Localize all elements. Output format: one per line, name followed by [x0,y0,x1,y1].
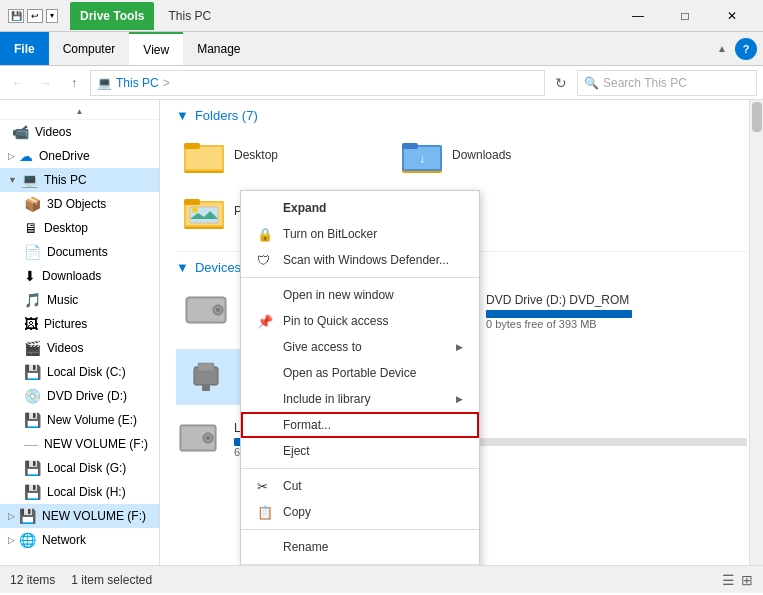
sidebar-item-local-c[interactable]: 💾 Local Disk (C:) [0,360,159,384]
dvd-progress-bg [486,310,632,318]
sidebar-item-local-h[interactable]: 💾 Local Disk (H:) [0,480,159,504]
svg-rect-25 [202,385,210,391]
view-tile-button[interactable]: ⊞ [741,572,753,588]
sidebar-item-pictures[interactable]: 🖼 Pictures [0,312,159,336]
sidebar-item-downloads[interactable]: ⬇ Downloads [0,264,159,288]
breadcrumb-separator: > [163,76,170,90]
drive-tools-badge: Drive Tools [70,2,154,30]
search-bar[interactable]: 🔍 Search This PC [577,70,757,96]
pc-icon: 💻 [21,172,38,188]
save-icon[interactable]: 💾 [8,9,24,23]
svg-rect-7 [402,143,418,149]
device-dvd-info: DVD Drive (D:) DVD_ROM 0 bytes free of 3… [486,293,632,330]
ctx-rename[interactable]: Rename [241,534,479,560]
svg-point-14 [192,207,198,213]
context-menu: Expand 🔒 Turn on BitLocker 🛡 Scan with W… [240,190,480,565]
ctx-pin-quick[interactable]: 📌 Pin to Quick access [241,308,479,334]
sidebar-item-new-e[interactable]: 💾 New Volume (E:) [0,408,159,432]
breadcrumb-bar[interactable]: 💻 This PC > [90,70,545,96]
ctx-cut[interactable]: ✂ Cut [241,473,479,499]
undo-icon[interactable]: ↩ [27,9,43,23]
sidebar-label: Network [42,533,86,547]
folder-icon: 📦 [24,196,41,212]
refresh-button[interactable]: ↻ [549,71,573,95]
sidebar-item-documents[interactable]: 📄 Documents [0,240,159,264]
folders-section-title: ▼ Folders (7) [176,108,747,123]
sidebar-label: Documents [47,245,108,259]
drive-icon: 💾 [24,364,41,380]
view-list-button[interactable]: ☰ [722,572,735,588]
sidebar-item-local-g[interactable]: 💾 Local Disk (G:) [0,456,159,480]
sidebar-label: OneDrive [39,149,90,163]
ctx-give-access-label: Give access to [283,340,362,354]
sidebar-label: NEW VOLUME (F:) [42,509,146,523]
up-button[interactable]: ↑ [62,71,86,95]
drive-icon: 💾 [24,484,41,500]
breadcrumb-this-pc[interactable]: This PC [116,76,159,90]
sidebar-label: Desktop [44,221,88,235]
expand-icon: ▷ [8,151,15,161]
tab-computer[interactable]: Computer [49,32,130,65]
device-dvd-sub: 0 bytes free of 393 MB [486,318,632,330]
ctx-eject[interactable]: Eject [241,438,479,464]
ribbon-chevron-icon[interactable]: ▲ [717,43,727,54]
folder-icon: 🎬 [24,340,41,356]
folder-icon: 🖼 [24,316,38,332]
main-layout: ▲ 📹 Videos ▷ ☁ OneDrive ▼ 💻 This PC 📦 3D… [0,100,763,565]
ctx-defender-icon: 🛡 [257,253,277,268]
folder-downloads-icon: ↓ [402,137,442,173]
drive-icon: 💾 [24,460,41,476]
ctx-expand[interactable]: Expand [241,195,479,221]
ctx-bitlocker[interactable]: 🔒 Turn on BitLocker [241,221,479,247]
folder-downloads[interactable]: ↓ Downloads [394,131,604,179]
forward-button[interactable]: → [34,71,58,95]
folder-desktop[interactable]: Desktop [176,131,386,179]
sidebar-item-this-pc[interactable]: ▼ 💻 This PC [0,168,159,192]
svg-text:↓: ↓ [419,152,425,166]
ctx-portable[interactable]: Open as Portable Device [241,360,479,386]
ribbon: File Computer View Manage ▲ ? [0,32,763,66]
sidebar-item-onedrive[interactable]: ▷ ☁ OneDrive [0,144,159,168]
tab-view[interactable]: View [129,32,183,65]
sidebar-item-videos[interactable]: 🎬 Videos [0,336,159,360]
minimize-button[interactable]: — [615,0,661,32]
title-bar-controls: — □ ✕ [615,0,755,32]
sidebar-item-videos-top[interactable]: 📹 Videos [0,120,159,144]
ctx-give-access-arrow-icon: ▶ [456,342,463,352]
small-icon[interactable]: ▾ [46,9,58,23]
help-button[interactable]: ? [735,38,757,60]
svg-point-18 [216,308,220,312]
tab-manage[interactable]: Manage [183,32,254,65]
sidebar-item-dvd-d[interactable]: 💿 DVD Drive (D:) [0,384,159,408]
scrollbar[interactable] [749,100,763,565]
ctx-new-window[interactable]: Open in new window [241,282,479,308]
tab-file[interactable]: File [0,32,49,65]
maximize-button[interactable]: □ [662,0,708,32]
ctx-give-access[interactable]: Give access to ▶ [241,334,479,360]
folder-name-desktop: Desktop [234,148,278,162]
sidebar-item-new-f-sub[interactable]: — NEW VOLUME (F:) [0,432,159,456]
sidebar-item-3d[interactable]: 📦 3D Objects [0,192,159,216]
sidebar-item-desktop[interactable]: 🖥 Desktop [0,216,159,240]
drive-icon: 💾 [19,508,36,524]
scrollbar-thumb[interactable] [752,102,762,132]
window-title: This PC [168,9,211,23]
expand-icon: ▷ [8,535,15,545]
sidebar-scroll-up[interactable]: ▲ [0,104,159,120]
ctx-include-library[interactable]: Include in library ▶ [241,386,479,412]
ctx-format[interactable]: Format... [241,412,479,438]
sidebar-label: Local Disk (C:) [47,365,126,379]
ctx-copy[interactable]: 📋 Copy [241,499,479,525]
sidebar-item-music[interactable]: 🎵 Music [0,288,159,312]
sidebar-label: Local Disk (H:) [47,485,126,499]
svg-point-29 [206,436,210,440]
ctx-pin-label: Pin to Quick access [283,314,388,328]
sidebar-item-network[interactable]: ▷ 🌐 Network [0,528,159,552]
drive-icon: 💾 [24,412,41,428]
close-button[interactable]: ✕ [709,0,755,32]
sidebar-item-new-volume-f[interactable]: ▷ 💾 NEW VOLUME (F:) [0,504,159,528]
ctx-sep-2 [241,468,479,469]
sidebar-label: This PC [44,173,87,187]
back-button[interactable]: ← [6,71,30,95]
ctx-defender[interactable]: 🛡 Scan with Windows Defender... [241,247,479,273]
